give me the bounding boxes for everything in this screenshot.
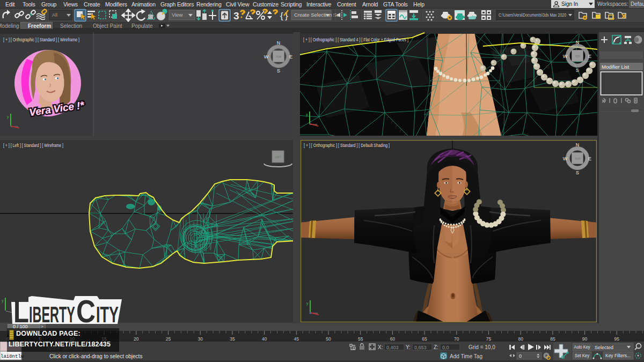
svg-text:[ + ] [ Orthographic ] [ Stand: [ + ] [ Orthographic ] [ Standard ] [ Wi… (3, 37, 79, 42)
svg-text:y: y (306, 113, 308, 117)
svg-text:TOP: TOP (575, 157, 581, 160)
svg-text:85: 85 (550, 336, 555, 342)
svg-text:y: y (306, 301, 309, 306)
svg-text:C:\Users\Vera\Documents\3ds Ma: C:\Users\Vera\Documents\3ds Max 2020 (499, 12, 566, 18)
svg-text:TOP: TOP (575, 55, 581, 58)
svg-text:y: y (2, 299, 4, 303)
svg-text:W: W (264, 54, 269, 60)
svg-text:Selected: Selected (595, 345, 613, 350)
svg-text:[ + ] [ Left ] [ Standard ] [: [ + ] [ Left ] [ Standard ] [ Wireframe … (3, 143, 63, 148)
svg-text:Create Selection Se: Create Selection Se (294, 12, 340, 18)
svg-text:[ + ] [ Orthographic ] [ Stand: [ + ] [ Orthographic ] [ Standard ] [ De… (304, 143, 390, 148)
svg-text:W: W (563, 156, 568, 161)
svg-text:y: y (7, 115, 9, 119)
svg-text:Z:: Z: (434, 344, 438, 350)
svg-text:45: 45 (294, 336, 299, 342)
svg-text:65: 65 (422, 336, 427, 342)
svg-text:IBERTY: IBERTY (29, 301, 75, 325)
svg-text:ITY: ITY (96, 301, 119, 325)
svg-text:S: S (277, 68, 280, 73)
svg-text:All: All (52, 12, 57, 18)
svg-text:S: S (576, 170, 579, 175)
svg-text:X:: X: (378, 344, 383, 350)
svg-text:Y:: Y: (406, 344, 411, 350)
svg-text:S: S (576, 68, 579, 73)
svg-text:LEFT: LEFT (275, 156, 281, 159)
svg-text:Add Time Tag: Add Time Tag (450, 353, 482, 359)
svg-text:35: 35 (230, 336, 235, 342)
svg-text:50: 50 (326, 336, 331, 342)
svg-text:N: N (576, 142, 580, 147)
svg-text:40: 40 (262, 336, 267, 342)
svg-text:N: N (277, 40, 281, 46)
svg-text:20: 20 (134, 336, 139, 342)
svg-text:E: E (588, 54, 591, 59)
svg-text:Set Key: Set Key (575, 353, 590, 358)
svg-text:[ + ] [ Orthographic ] [ Stand: [ + ] [ Orthographic ] [ Standard 4 ] [ … (303, 37, 408, 42)
svg-text:Modifier List: Modifier List (602, 64, 630, 70)
svg-text:55: 55 (358, 336, 363, 342)
svg-text:0: 0 (519, 353, 522, 359)
svg-text:lai8ntlw: lai8ntlw (1, 354, 24, 359)
svg-text:70: 70 (454, 336, 459, 342)
svg-text:95: 95 (614, 336, 620, 342)
svg-text:TOP: TOP (276, 55, 282, 58)
svg-text:N: N (576, 40, 580, 45)
svg-text:0,653: 0,653 (414, 345, 427, 350)
svg-text:Auto Key: Auto Key (574, 344, 591, 350)
svg-text:75: 75 (486, 336, 492, 342)
svg-text:L: L (13, 294, 29, 325)
svg-text:25: 25 (166, 336, 171, 342)
svg-text:0,0: 0,0 (442, 345, 449, 350)
svg-text:30: 30 (197, 336, 203, 342)
svg-text:80: 80 (518, 336, 523, 342)
svg-text:Click or click-and-drag to sel: Click or click-and-drag to select object… (49, 353, 142, 359)
svg-text:90: 90 (582, 336, 588, 342)
svg-text:C: C (76, 294, 96, 325)
svg-text:W: W (563, 54, 568, 59)
svg-text:E: E (588, 156, 591, 161)
svg-text:Key Filters...: Key Filters... (605, 353, 631, 358)
svg-text:E: E (289, 54, 292, 60)
svg-text:+: + (612, 16, 614, 21)
svg-text:3: 3 (233, 10, 239, 21)
svg-text:0,403: 0,403 (386, 345, 399, 350)
svg-text:Grid = 10,0: Grid = 10,0 (469, 344, 495, 350)
svg-text:View: View (172, 12, 183, 18)
svg-text:{: { (280, 11, 283, 21)
svg-text:60: 60 (390, 336, 396, 342)
